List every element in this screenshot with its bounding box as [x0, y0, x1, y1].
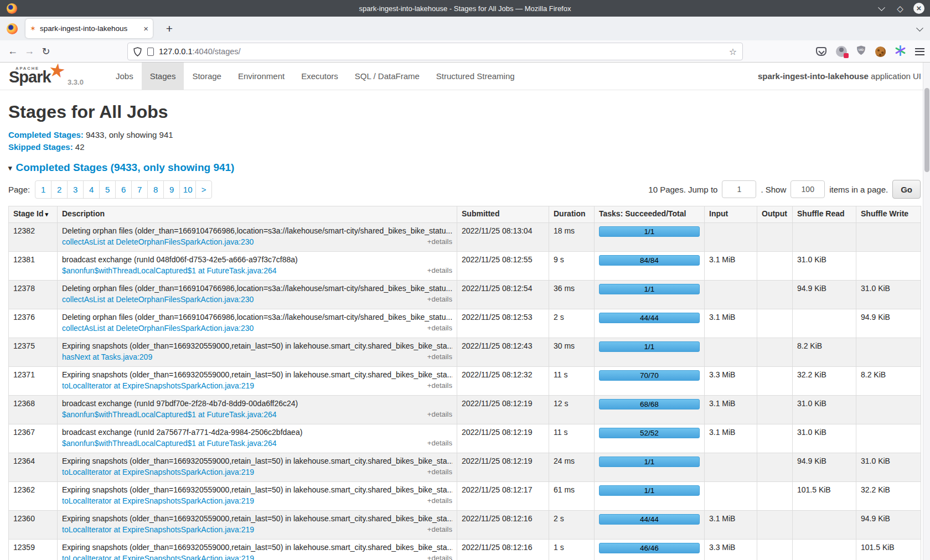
completed-stages-section-header[interactable]: ▾ Completed Stages (9433, only showing 9…	[8, 162, 921, 174]
cookie-extension-icon[interactable]	[875, 46, 886, 57]
stage-callsite-link[interactable]: toLocalIterator at ExpireSnapshotsSparkA…	[62, 381, 254, 390]
column-header-shuffle-read[interactable]: Shuffle Read	[793, 206, 856, 223]
firefox-view-icon[interactable]	[7, 23, 18, 34]
stage-callsite-link[interactable]: toLocalIterator at ExpireSnapshotsSparkA…	[62, 525, 254, 534]
stage-callsite-link[interactable]: collectAsList at DeleteOrphanFilesSparkA…	[62, 295, 254, 304]
page-button-5[interactable]: 5	[99, 180, 116, 199]
stage-id-cell: 12367	[9, 424, 58, 453]
reload-button[interactable]: ↻	[38, 45, 54, 58]
scrollbar-thumb[interactable]	[924, 88, 929, 172]
back-button[interactable]: ←	[4, 45, 21, 57]
maximize-icon[interactable]: ◇	[895, 4, 906, 13]
output-cell	[757, 482, 793, 511]
page-button-7[interactable]: 7	[131, 180, 148, 199]
duration-cell: 61 ms	[549, 482, 595, 511]
tasks-cell: 1/1	[595, 453, 705, 482]
page-button-9[interactable]: 9	[163, 180, 180, 199]
nav-tab-environment[interactable]: Environment	[230, 63, 293, 90]
stage-callsite-link[interactable]: $anonfun$withThreadLocalCaptured$1 at Fu…	[62, 439, 277, 448]
page-info-icon[interactable]	[147, 48, 154, 56]
details-toggle[interactable]: +details	[427, 554, 452, 560]
stage-callsite-link[interactable]: toLocalIterator at ExpireSnapshotsSparkA…	[62, 496, 254, 505]
details-toggle[interactable]: +details	[427, 496, 452, 505]
bookmark-star-icon[interactable]: ☆	[729, 46, 737, 57]
page-button-1[interactable]: 1	[35, 180, 51, 199]
adblock-shield-icon[interactable]: UO	[856, 45, 866, 58]
tasks-cell: 44/44	[595, 309, 705, 338]
new-tab-button[interactable]: +	[162, 22, 177, 35]
close-icon[interactable]: ×	[913, 3, 924, 14]
input-cell: 3.1 MiB	[705, 396, 757, 424]
page-button-8[interactable]: 8	[147, 180, 164, 199]
tasks-cell: 84/84	[595, 252, 705, 281]
nav-tab-jobs[interactable]: Jobs	[107, 63, 142, 90]
column-header-tasks-succeeded-total[interactable]: Tasks: Succeeded/Total	[595, 206, 705, 223]
stage-callsite-link[interactable]: toLocalIterator at ExpireSnapshotsSparkA…	[62, 554, 254, 560]
stage-id-cell: 12375	[9, 338, 58, 367]
spark-logo[interactable]: APACHE ★ Spark	[8, 63, 73, 90]
account-extension-icon[interactable]	[836, 46, 847, 57]
page-scrollbar[interactable]	[923, 63, 930, 560]
page-button-6[interactable]: 6	[115, 180, 132, 199]
column-header-output[interactable]: Output	[757, 206, 793, 223]
skipped-stages-link[interactable]: Skipped Stages:	[8, 142, 73, 152]
stage-callsite-link[interactable]: collectAsList at DeleteOrphanFilesSparkA…	[62, 237, 254, 246]
forward-button[interactable]: →	[21, 45, 38, 57]
tabs-dropdown-icon[interactable]	[917, 24, 922, 34]
column-header-stage-id[interactable]: Stage Id ▾	[9, 206, 58, 223]
nav-tab-executors[interactable]: Executors	[293, 63, 347, 90]
page-button-2[interactable]: 2	[51, 180, 68, 199]
duration-cell: 18 ms	[549, 223, 595, 252]
page-button-group: 12345678910>	[35, 180, 212, 199]
tab-close-icon[interactable]: ×	[143, 24, 148, 33]
description-cell: Expiring snapshots (older_than=166932055…	[58, 338, 457, 367]
column-header-description[interactable]: Description	[58, 206, 457, 223]
details-toggle[interactable]: +details	[427, 295, 452, 303]
page-title: Stages for All Jobs	[8, 102, 921, 122]
minimize-icon[interactable]	[876, 4, 887, 13]
browser-tab[interactable]: ✶ spark-ingest-into-lakehous ×	[25, 19, 153, 38]
details-toggle[interactable]: +details	[427, 352, 452, 361]
nav-tab-stages[interactable]: Stages	[142, 63, 184, 90]
hamburger-menu-icon[interactable]	[915, 48, 924, 55]
details-toggle[interactable]: +details	[427, 324, 452, 332]
details-toggle[interactable]: +details	[427, 468, 452, 476]
stage-callsite-link[interactable]: hasNext at Tasks.java:209	[62, 352, 152, 361]
pocket-icon[interactable]	[816, 47, 826, 56]
details-toggle[interactable]: +details	[427, 266, 452, 274]
nav-tab-storage[interactable]: Storage	[184, 63, 230, 90]
input-cell: 3.1 MiB	[705, 309, 757, 338]
items-per-page-input[interactable]	[790, 180, 825, 198]
details-toggle[interactable]: +details	[427, 410, 452, 418]
column-header-input[interactable]: Input	[705, 206, 757, 223]
go-button[interactable]: Go	[892, 180, 921, 199]
stage-callsite-link[interactable]: toLocalIterator at ExpireSnapshotsSparkA…	[62, 468, 254, 476]
details-toggle[interactable]: +details	[427, 237, 452, 246]
asterisk-extension-icon[interactable]	[895, 45, 906, 58]
tasks-progress-bar: 1/1	[599, 284, 700, 294]
page-button-4[interactable]: 4	[83, 180, 100, 199]
column-header-shuffle-write[interactable]: Shuffle Write	[856, 206, 921, 223]
stage-callsite-link[interactable]: $anonfun$withThreadLocalCaptured$1 at Fu…	[62, 266, 277, 275]
page-button-10[interactable]: 10	[179, 180, 196, 199]
jump-to-input[interactable]	[722, 180, 756, 198]
tasks-progress-bar: 70/70	[599, 370, 700, 381]
stage-callsite-link[interactable]: collectAsList at DeleteOrphanFilesSparkA…	[62, 324, 254, 333]
column-header-submitted[interactable]: Submitted	[457, 206, 549, 223]
page-button-3[interactable]: 3	[67, 180, 84, 199]
window-titlebar: spark-ingest-into-lakehouse - Stages for…	[0, 0, 930, 17]
url-bar[interactable]: 127.0.0.1:4040/stages/ ☆	[127, 43, 743, 60]
nav-tab-sql-dataframe[interactable]: SQL / DataFrame	[347, 63, 428, 90]
details-toggle[interactable]: +details	[427, 381, 452, 390]
stage-id-cell: 12362	[9, 482, 58, 511]
column-header-duration[interactable]: Duration	[549, 206, 595, 223]
submitted-cell: 2022/11/25 08:12:54	[457, 281, 549, 309]
details-toggle[interactable]: +details	[427, 439, 452, 447]
stage-callsite-link[interactable]: $anonfun$withThreadLocalCaptured$1 at Fu…	[62, 410, 277, 419]
completed-stages-link[interactable]: Completed Stages:	[8, 130, 84, 139]
nav-tab-structured-streaming[interactable]: Structured Streaming	[428, 63, 523, 90]
details-toggle[interactable]: +details	[427, 525, 452, 533]
page-next-button[interactable]: >	[195, 180, 212, 199]
tracking-protection-shield-icon[interactable]	[133, 47, 142, 56]
stage-row-12367: 12367broadcast exchange (runId 2a75677f-…	[9, 424, 921, 453]
